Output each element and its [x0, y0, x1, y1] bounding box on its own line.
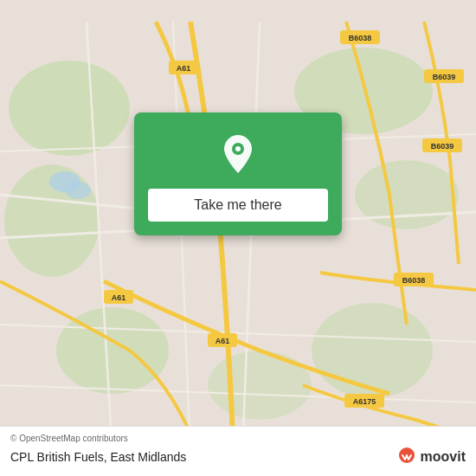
svg-text:B6039: B6039 — [433, 73, 456, 81]
place-info-row: CPL British Fuels, East Midlands moovit — [10, 447, 466, 467]
location-pin-icon — [214, 130, 262, 178]
svg-text:B6039: B6039 — [431, 142, 454, 151]
svg-point-1 — [9, 61, 130, 156]
svg-point-9 — [65, 182, 91, 199]
take-me-there-button[interactable]: Take me there — [148, 189, 328, 222]
svg-text:B6038: B6038 — [402, 276, 426, 285]
svg-text:A6175: A6175 — [353, 397, 376, 406]
svg-text:B6038: B6038 — [349, 34, 372, 42]
bottom-bar: © OpenStreetMap contributors CPL British… — [0, 426, 476, 476]
svg-point-6 — [312, 303, 433, 398]
moovit-text: moovit — [421, 449, 466, 465]
moovit-logo: moovit — [396, 447, 466, 467]
svg-point-7 — [208, 351, 312, 420]
svg-text:A61: A61 — [215, 337, 230, 345]
map-background: A61 A61 A61 B6038 B6038 B6039 B6039 A617… — [0, 0, 476, 476]
place-name: CPL British Fuels, East Midlands — [10, 450, 186, 464]
moovit-icon — [396, 447, 417, 467]
map-container: A61 A61 A61 B6038 B6038 B6039 B6039 A617… — [0, 0, 476, 476]
location-card: Take me there — [134, 113, 342, 235]
svg-text:A61: A61 — [177, 64, 191, 73]
svg-text:A61: A61 — [112, 293, 126, 302]
svg-point-34 — [235, 146, 241, 151]
map-attribution: © OpenStreetMap contributors — [10, 434, 466, 443]
